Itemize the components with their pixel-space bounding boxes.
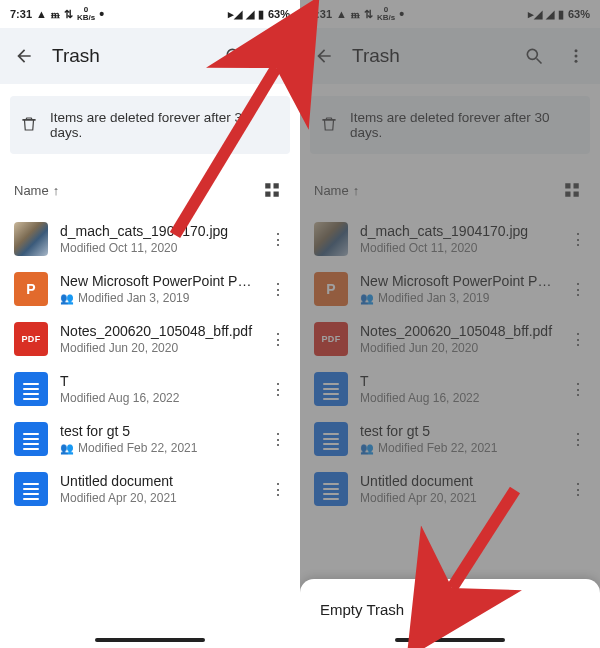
more-vert-icon (567, 47, 585, 65)
file-name: New Microsoft PowerPoint Presentat… (360, 273, 554, 289)
shared-icon: 👥 (360, 292, 374, 305)
status-time: 7:31 (10, 8, 32, 20)
shared-icon: 👥 (60, 442, 74, 455)
sort-row: Name ↑ (300, 154, 600, 210)
svg-point-2 (275, 49, 278, 52)
svg-point-4 (275, 60, 278, 63)
file-list: d_mach_cats_1904170.jpg Modified Oct 11,… (300, 210, 600, 514)
app-bar: Trash (300, 28, 600, 84)
screen-trash-menu-open: 7:31 ▲ ᵯ ⇅ 0KB/s • ▸◢ ◢ ▮ 63% Trash (300, 0, 600, 648)
more-vert-icon (267, 47, 285, 65)
svg-point-0 (227, 49, 237, 59)
file-name: T (360, 373, 554, 389)
info-banner: Items are deleted forever after 30 days. (10, 96, 290, 154)
file-thumbnail-pdf: PDF (314, 322, 348, 356)
signal-icon: ◢ (546, 8, 554, 21)
list-item[interactable]: d_mach_cats_1904170.jpg Modified Oct 11,… (0, 214, 300, 264)
status-network-speed: 0KB/s (377, 6, 395, 22)
item-more-button[interactable]: ⋮ (266, 276, 290, 303)
svg-rect-14 (565, 183, 570, 188)
svg-rect-17 (574, 192, 579, 197)
view-grid-button[interactable] (558, 176, 586, 204)
list-item[interactable]: P New Microsoft PowerPoint Presentat… 👥M… (300, 264, 600, 314)
file-thumbnail-doc (14, 422, 48, 456)
file-name: test for gt 5 (360, 423, 554, 439)
svg-rect-16 (565, 192, 570, 197)
file-name: Notes_200620_105048_bff.pdf (60, 323, 254, 339)
svg-point-11 (575, 49, 578, 52)
list-item[interactable]: Untitled document Modified Apr 20, 2021 … (300, 464, 600, 514)
back-button[interactable] (310, 42, 338, 70)
list-item[interactable]: T Modified Aug 16, 2022 ⋮ (300, 364, 600, 414)
item-more-button[interactable]: ⋮ (566, 226, 590, 253)
item-more-button[interactable]: ⋮ (566, 276, 590, 303)
list-item[interactable]: T Modified Aug 16, 2022 ⋮ (0, 364, 300, 414)
file-subtitle: Modified Apr 20, 2021 (60, 491, 254, 505)
list-item[interactable]: PDF Notes_200620_105048_bff.pdf Modified… (0, 314, 300, 364)
item-more-button[interactable]: ⋮ (266, 476, 290, 503)
file-thumbnail-ppt: P (14, 272, 48, 306)
view-grid-button[interactable] (258, 176, 286, 204)
file-thumbnail-doc (14, 372, 48, 406)
list-item[interactable]: PDF Notes_200620_105048_bff.pdf Modified… (300, 314, 600, 364)
app-bar: Trash (0, 28, 300, 84)
file-thumbnail-image (314, 222, 348, 256)
file-subtitle: Modified Jun 20, 2020 (360, 341, 554, 355)
item-more-button[interactable]: ⋮ (566, 426, 590, 453)
sort-row: Name ↑ (0, 154, 300, 210)
file-subtitle: Modified Aug 16, 2022 (60, 391, 254, 405)
file-thumbnail-ppt: P (314, 272, 348, 306)
item-more-button[interactable]: ⋮ (566, 326, 590, 353)
arrow-left-icon (314, 46, 334, 66)
status-time: 7:31 (310, 8, 332, 20)
grid-icon (563, 181, 581, 199)
status-icon-cast: ▲ (36, 8, 47, 20)
status-icon-lang: ᵯ (51, 8, 60, 21)
list-item[interactable]: d_mach_cats_1904170.jpg Modified Oct 11,… (300, 214, 600, 264)
banner-text: Items are deleted forever after 30 days. (350, 110, 580, 140)
search-button[interactable] (520, 42, 548, 70)
svg-line-10 (537, 59, 542, 64)
more-button[interactable] (562, 42, 590, 70)
sort-toggle[interactable]: Name ↑ (14, 183, 59, 198)
svg-line-1 (237, 59, 242, 64)
file-name: Untitled document (60, 473, 254, 489)
file-subtitle: Modified Jun 20, 2020 (60, 341, 254, 355)
empty-trash-option[interactable]: Empty Trash (320, 601, 580, 618)
more-button[interactable] (262, 42, 290, 70)
list-item[interactable]: Untitled document Modified Apr 20, 2021 … (0, 464, 300, 514)
gesture-nav-handle (95, 638, 205, 642)
item-more-button[interactable]: ⋮ (566, 476, 590, 503)
file-thumbnail-doc (14, 472, 48, 506)
file-list: d_mach_cats_1904170.jpg Modified Oct 11,… (0, 210, 300, 514)
item-more-button[interactable]: ⋮ (266, 376, 290, 403)
file-name: d_mach_cats_1904170.jpg (360, 223, 554, 239)
battery-icon: ▮ (558, 8, 564, 21)
svg-point-12 (575, 55, 578, 58)
arrow-up-icon: ↑ (353, 183, 360, 198)
status-dot: • (399, 10, 404, 18)
item-more-button[interactable]: ⋮ (566, 376, 590, 403)
grid-icon (263, 181, 281, 199)
trash-icon (20, 115, 38, 136)
search-button[interactable] (220, 42, 248, 70)
file-name: Notes_200620_105048_bff.pdf (360, 323, 554, 339)
item-more-button[interactable]: ⋮ (266, 426, 290, 453)
list-item[interactable]: P New Microsoft PowerPoint Presentat… 👥M… (0, 264, 300, 314)
file-thumbnail-doc (314, 372, 348, 406)
file-subtitle: Modified Oct 11, 2020 (360, 241, 554, 255)
list-item[interactable]: test for gt 5 👥Modified Feb 22, 2021 ⋮ (0, 414, 300, 464)
file-name: Untitled document (360, 473, 554, 489)
file-subtitle: Modified Apr 20, 2021 (360, 491, 554, 505)
sort-toggle[interactable]: Name ↑ (314, 183, 359, 198)
file-name: test for gt 5 (60, 423, 254, 439)
sort-label: Name (14, 183, 49, 198)
status-icon-cast: ▲ (336, 8, 347, 20)
list-item[interactable]: test for gt 5 👥Modified Feb 22, 2021 ⋮ (300, 414, 600, 464)
item-more-button[interactable]: ⋮ (266, 326, 290, 353)
item-more-button[interactable]: ⋮ (266, 226, 290, 253)
back-button[interactable] (10, 42, 38, 70)
arrow-up-icon: ↑ (53, 183, 60, 198)
battery-icon: ▮ (258, 8, 264, 21)
arrow-left-icon (14, 46, 34, 66)
